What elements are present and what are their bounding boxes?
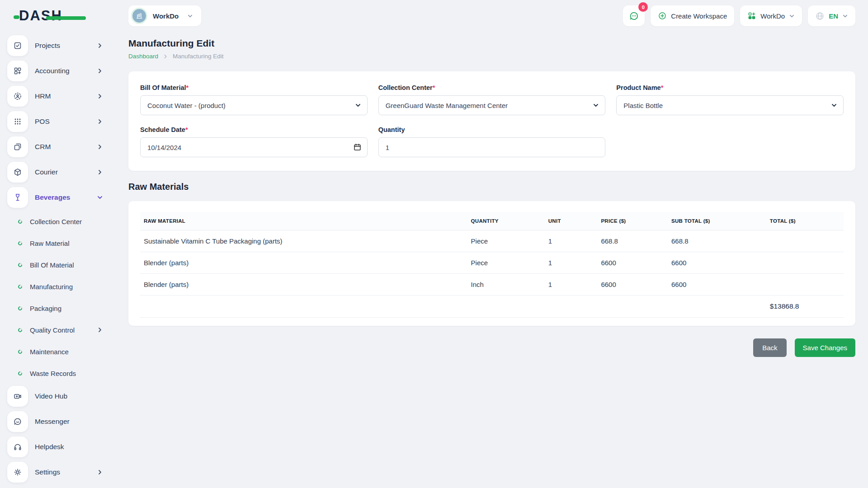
bill-of-material-select[interactable]: Coconut Water - (product) (140, 95, 368, 115)
sidebar-item-label: CRM (35, 143, 51, 151)
sidebar-item-label: Video Hub (35, 392, 67, 400)
create-workspace-label: Create Workspace (671, 12, 727, 20)
schedule-date-field: Schedule Date* (140, 126, 368, 157)
cell-quantity: Piece (467, 230, 545, 252)
grid-plus-icon (7, 61, 28, 81)
bullet-icon (17, 371, 23, 376)
page-title: Manufacturing Edit (128, 38, 855, 49)
cell-sub-total: 6600 (668, 252, 766, 274)
sidebar-item-settings[interactable]: Settings (7, 462, 103, 483)
sidebar-item-hrm[interactable]: HRM (7, 86, 103, 107)
chevron-down-icon (842, 13, 848, 19)
logo[interactable]: DASH (0, 0, 112, 32)
sidebar-item-raw-material[interactable]: Raw Material (7, 234, 103, 252)
language-label: EN (829, 12, 838, 20)
sidebar-item-beverages[interactable]: Beverages (7, 187, 103, 208)
form-actions: Back Save Changes (128, 338, 855, 357)
sidebar-item-accounting[interactable]: Accounting (7, 61, 103, 81)
column-header: SUB TOTAL ($) (668, 212, 766, 230)
quantity-input[interactable] (378, 137, 606, 157)
sidebar-item-label: Messenger (35, 418, 70, 426)
schedule-date-input[interactable] (140, 137, 368, 157)
raw-material-row: Sustainable Vitamin C Tube Packaging (pa… (140, 230, 844, 252)
grand-total-row: $13868.8 (140, 296, 844, 318)
sidebar-item-waste-records[interactable]: Waste Records (7, 364, 103, 382)
bullet-icon (17, 349, 23, 355)
raw-materials-card: RAW MATERIAL QUANTITY UNIT PRICE ($) SUB… (128, 201, 855, 326)
sidebar-item-label: Bill Of Material (30, 261, 74, 269)
video-camera-icon (7, 386, 28, 407)
package-icon (7, 162, 28, 183)
page-content: Manufacturing Edit Dashboard Manufacturi… (112, 32, 868, 357)
sidebar-item-bill-of-material[interactable]: Bill Of Material (7, 256, 103, 274)
cell-unit: 1 (545, 230, 598, 252)
language-selector[interactable]: EN (808, 5, 855, 26)
sidebar-nav: Projects Accounting HRM (0, 32, 112, 483)
sidebar-item-courier[interactable]: Courier (7, 162, 103, 183)
wine-glass-icon (7, 187, 28, 208)
cell-unit: 1 (545, 252, 598, 274)
sidebar-item-projects[interactable]: Projects (7, 35, 103, 56)
product-name-select[interactable]: Plastic Bottle (616, 95, 844, 115)
cell-price: 6600 (597, 252, 668, 274)
chevron-right-icon (163, 54, 168, 59)
raw-material-row: Blender (parts) Inch 1 6600 6600 (140, 274, 844, 296)
sidebar-item-video-hub[interactable]: Video Hub (7, 386, 103, 407)
create-workspace-button[interactable]: Create Workspace (651, 5, 734, 26)
main-area: WorkDo 0 Create Workspace (112, 0, 868, 488)
sidebar-item-label: Beverages (35, 193, 70, 202)
sidebar-item-label: Maintenance (30, 348, 69, 356)
cell-price: 668.8 (597, 230, 668, 252)
sidebar-item-maintenance[interactable]: Maintenance (7, 343, 103, 361)
sidebar-item-messenger[interactable]: Messenger (7, 411, 103, 432)
chevron-right-icon (97, 327, 103, 333)
back-button[interactable]: Back (753, 338, 786, 357)
sidebar-item-label: Manufacturing (30, 283, 73, 291)
overlap-squares-icon (7, 136, 28, 157)
chevron-down-icon (187, 13, 193, 19)
required-asterisk: * (186, 84, 189, 91)
cell-raw-material: Blender (parts) (140, 274, 467, 296)
bullet-icon (17, 305, 23, 311)
cell-quantity: Inch (467, 274, 545, 296)
manufacturing-form-card: Bill Of Material* Coconut Water - (produ… (128, 71, 855, 171)
required-asterisk: * (433, 84, 435, 91)
grand-total-value: $13868.8 (766, 296, 844, 318)
quantity-field: Quantity (378, 126, 606, 157)
app-window: DASH Projects Accounting (0, 0, 868, 488)
bullet-icon (17, 219, 23, 225)
chevron-right-icon (97, 469, 103, 475)
required-asterisk: * (661, 84, 664, 91)
globe-icon (815, 11, 825, 21)
sidebar: DASH Projects Accounting (0, 0, 112, 488)
product-name-label: Product Name* (616, 84, 844, 91)
bullet-icon (17, 262, 23, 268)
quantity-label: Quantity (378, 126, 606, 133)
sidebar-item-packaging[interactable]: Packaging (7, 299, 103, 317)
breadcrumb-dashboard-link[interactable]: Dashboard (128, 53, 158, 60)
sidebar-item-manufacturing[interactable]: Manufacturing (7, 277, 103, 296)
person-dashed-circle-icon (7, 86, 28, 107)
collection-center-select[interactable]: GreenGuard Waste Management Center (378, 95, 606, 115)
save-changes-button[interactable]: Save Changes (795, 338, 855, 357)
sidebar-item-label: Projects (35, 42, 60, 50)
sidebar-item-crm[interactable]: CRM (7, 136, 103, 157)
circle-plus-icon (658, 11, 667, 20)
sidebar-item-helpdesk[interactable]: Helpdesk (7, 436, 103, 457)
workspace-switcher[interactable]: WorkDo (128, 5, 201, 26)
chat-bubble-icon (629, 11, 639, 21)
collection-center-label: Collection Center* (378, 84, 606, 91)
breadcrumb-current: Manufacturing Edit (173, 53, 224, 60)
cell-quantity: Piece (467, 252, 545, 274)
chevron-right-icon (97, 118, 103, 125)
dots-grid-icon (7, 111, 28, 132)
column-header: PRICE ($) (597, 212, 668, 230)
cell-raw-material: Sustainable Vitamin C Tube Packaging (pa… (140, 230, 467, 252)
sidebar-item-quality-control[interactable]: Quality Control (7, 321, 103, 339)
sidebar-item-pos[interactable]: POS (7, 111, 103, 132)
column-header: TOTAL ($) (766, 212, 844, 230)
app-menu-button[interactable]: WorkDo (740, 5, 802, 26)
sidebar-item-collection-center[interactable]: Collection Center (7, 212, 103, 230)
chevron-down-icon (789, 13, 795, 19)
messages-button[interactable]: 0 (623, 5, 645, 26)
